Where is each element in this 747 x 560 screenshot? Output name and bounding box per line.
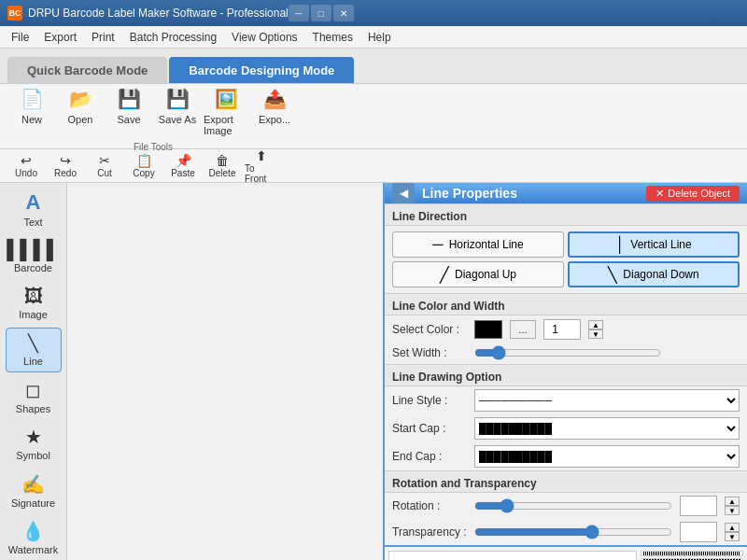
watermark-icon: 💧: [21, 520, 45, 542]
transparency-down-button[interactable]: ▼: [725, 532, 740, 541]
end-cap-row: End Cap : ██████████ Flat Round: [385, 442, 747, 470]
set-width-label: Set Width :: [392, 346, 467, 359]
line-properties-panel: ◀ Line Properties ✕ Delete Object Line D…: [383, 183, 747, 560]
app-icon: BC: [7, 6, 22, 21]
tofront-button[interactable]: ⬆ To Front: [243, 147, 280, 186]
sidebar-tool-symbol[interactable]: ★ Symbol: [6, 421, 62, 466]
sidebar-tool-line[interactable]: ╲ Line: [6, 328, 62, 372]
line-style-row: Line Style : ────────── - - - - - - ····…: [385, 386, 747, 414]
menu-view[interactable]: View Options: [224, 29, 304, 46]
sidebar-tool-shapes[interactable]: ◻ Shapes: [6, 374, 62, 419]
barcode-icon: ▌▌▌▌: [7, 239, 60, 260]
line-style-label: Line Style :: [392, 394, 467, 407]
end-cap-label: End Cap :: [392, 450, 467, 463]
barcode-thumb-1[interactable]: [641, 551, 743, 556]
export-image-icon: 🖼️: [211, 84, 241, 114]
delete-object-button[interactable]: ✕ Delete Object: [646, 186, 740, 202]
end-cap-select[interactable]: ██████████ Flat Round: [474, 445, 740, 468]
color-row: Select Color : … ▲ ▼: [385, 315, 747, 343]
vertical-line-icon: │: [615, 236, 625, 253]
transparency-number-input[interactable]: 100: [680, 522, 717, 542]
menu-themes[interactable]: Themes: [305, 29, 360, 46]
rotation-row: Rotation : 0 ▲ ▼: [385, 493, 747, 519]
toolbar-save-button[interactable]: 💾 Save: [105, 80, 153, 140]
toolbar-export-image-button[interactable]: 🖼️ Export Image: [202, 80, 250, 140]
shapes-icon: ◻: [25, 379, 41, 401]
toolbar-export-button[interactable]: 📤 Expo...: [250, 80, 299, 140]
sidebar-tool-text[interactable]: A Text: [6, 187, 62, 231]
save-icon: 💾: [114, 84, 144, 114]
new-icon: 📄: [17, 84, 47, 114]
image-icon: 🖼: [24, 286, 43, 307]
menu-help[interactable]: Help: [360, 29, 399, 46]
direction-grid: ─ Horizontal Line │ Vertical Line ╱ Diag…: [385, 226, 747, 293]
start-cap-row: Start Cap : ██████████ Flat Round: [385, 414, 747, 442]
signature-icon: ✍: [21, 473, 45, 496]
main-area: A Text ▌▌▌▌ Barcode 🖼 Image ╲ Line ◻ Sha…: [0, 183, 747, 560]
width-spinner: ▲ ▼: [588, 320, 603, 339]
rotation-up-button[interactable]: ▲: [725, 497, 740, 506]
edit-toolbar: ↩ Undo ↪ Redo ✂ Cut 📋 Copy 📌 Paste 🗑 Del…: [0, 149, 747, 183]
transparency-spinner: ▲ ▼: [725, 523, 740, 541]
diagonal-up-icon: ╱: [440, 266, 449, 284]
menubar: File Export Print Batch Processing View …: [0, 26, 747, 49]
width-up-button[interactable]: ▲: [588, 320, 603, 329]
copy-button[interactable]: 📋 Copy: [125, 151, 162, 180]
delete-button[interactable]: 🗑 Delete: [204, 151, 241, 180]
sidebar-tool-barcode[interactable]: ▌▌▌▌ Barcode: [6, 233, 62, 278]
direction-section-title: Line Direction: [385, 203, 747, 226]
rotation-slider[interactable]: [474, 498, 672, 513]
panel-header: ◀ Line Properties ✕ Delete Object: [385, 183, 747, 203]
width-slider[interactable]: [474, 345, 661, 360]
menu-batch[interactable]: Batch Processing: [122, 29, 224, 46]
sidebar-tool-watermark[interactable]: 💧 Watermark: [6, 515, 62, 560]
color-section-title: Line Color and Width: [385, 293, 747, 315]
close-button[interactable]: ✕: [333, 5, 354, 21]
transparency-slider[interactable]: [474, 525, 672, 539]
barcode-preview-main: LOGMARS Font 548796362548: [388, 551, 637, 560]
transparency-label: Transparency :: [392, 525, 467, 539]
diagonal-down-button[interactable]: ╲ Diagonal Down: [568, 261, 740, 287]
minimize-button[interactable]: ─: [289, 5, 309, 21]
tab-quick-barcode[interactable]: Quick Barcode Mode: [7, 57, 167, 83]
transparency-row: Transparency : 100 ▲ ▼: [385, 519, 747, 545]
toolbar-open-button[interactable]: 📂 Open: [56, 80, 105, 140]
start-cap-select[interactable]: ██████████ Flat Round: [474, 417, 740, 440]
paste-icon: 📌: [176, 153, 191, 168]
toolbar-saveas-button[interactable]: 💾 Save As: [153, 80, 202, 140]
export-icon: 📤: [260, 84, 289, 114]
diagonal-up-button[interactable]: ╱ Diagonal Up: [392, 261, 564, 287]
mode-tabs: Quick Barcode Mode Barcode Designing Mod…: [0, 49, 747, 84]
horizontal-line-button[interactable]: ─ Horizontal Line: [392, 231, 564, 258]
tab-barcode-designing[interactable]: Barcode Designing Mode: [169, 57, 354, 83]
paste-button[interactable]: 📌 Paste: [164, 151, 202, 180]
width-row: Set Width :: [385, 343, 747, 364]
menu-file[interactable]: File: [4, 29, 36, 46]
delete-icon: 🗑: [216, 153, 229, 168]
cut-button[interactable]: ✂ Cut: [86, 151, 123, 180]
toolbar: 📄 New 📂 Open 💾 Save 💾 Save As 🖼️ Export …: [0, 84, 747, 149]
sidebar-tool-image[interactable]: 🖼 Image: [6, 281, 62, 326]
redo-button[interactable]: ↪ Redo: [47, 151, 84, 180]
undo-icon: ↩: [21, 153, 32, 168]
sidebar-tool-signature[interactable]: ✍ Signature: [6, 469, 62, 513]
maximize-button[interactable]: □: [311, 5, 331, 21]
rotation-down-button[interactable]: ▼: [725, 506, 740, 515]
color-more-button[interactable]: …: [510, 320, 536, 339]
toolbar-new-button[interactable]: 📄 New: [7, 80, 56, 140]
vertical-line-button[interactable]: │ Vertical Line: [568, 231, 740, 258]
color-swatch[interactable]: [474, 320, 502, 339]
width-number-input[interactable]: [543, 319, 581, 340]
cut-icon: ✂: [99, 153, 110, 168]
select-color-label: Select Color :: [392, 323, 467, 336]
rotation-number-input[interactable]: 0: [680, 496, 717, 516]
transparency-up-button[interactable]: ▲: [725, 523, 740, 532]
menu-print[interactable]: Print: [84, 29, 122, 46]
horizontal-line-icon: ─: [432, 236, 443, 253]
line-style-select[interactable]: ────────── - - - - - - ·····: [474, 389, 740, 412]
back-button[interactable]: ◀: [392, 183, 415, 203]
copy-icon: 📋: [136, 153, 152, 168]
width-down-button[interactable]: ▼: [588, 329, 603, 339]
undo-button[interactable]: ↩ Undo: [7, 151, 45, 180]
menu-export[interactable]: Export: [36, 29, 84, 46]
